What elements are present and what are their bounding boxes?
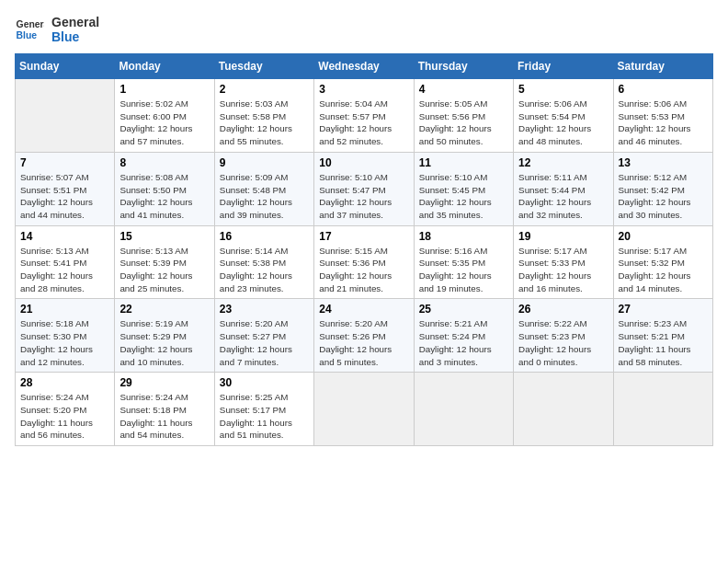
logo-general: General	[51, 15, 99, 29]
day-number: 5	[518, 83, 608, 96]
calendar-cell: 23Sunrise: 5:20 AM Sunset: 5:27 PM Dayli…	[214, 299, 313, 373]
day-number: 6	[619, 83, 708, 96]
calendar-cell	[414, 373, 513, 446]
logo: General Blue General Blue	[15, 15, 99, 44]
day-number: 22	[119, 303, 209, 316]
day-info: Sunrise: 5:13 AM Sunset: 5:39 PM Dayligh…	[119, 245, 209, 295]
calendar-cell: 1Sunrise: 5:02 AM Sunset: 6:00 PM Daylig…	[115, 79, 214, 153]
calendar-week-row: 21Sunrise: 5:18 AM Sunset: 5:30 PM Dayli…	[16, 299, 713, 373]
calendar-cell: 9Sunrise: 5:09 AM Sunset: 5:48 PM Daylig…	[214, 152, 313, 225]
weekday-header-cell: Wednesday	[314, 54, 414, 79]
day-number: 19	[518, 230, 608, 243]
logo-blue: Blue	[51, 29, 99, 44]
calendar-cell: 26Sunrise: 5:22 AM Sunset: 5:23 PM Dayli…	[514, 299, 613, 373]
day-info: Sunrise: 5:19 AM Sunset: 5:29 PM Dayligh…	[119, 317, 209, 368]
weekday-header-cell: Sunday	[16, 54, 115, 79]
day-info: Sunrise: 5:04 AM Sunset: 5:57 PM Dayligh…	[319, 98, 408, 148]
calendar-cell: 13Sunrise: 5:12 AM Sunset: 5:42 PM Dayli…	[613, 152, 712, 225]
day-number: 8	[119, 156, 209, 169]
header: General Blue General Blue	[15, 15, 713, 44]
day-info: Sunrise: 5:05 AM Sunset: 5:56 PM Dayligh…	[419, 98, 508, 148]
day-number: 10	[319, 156, 408, 169]
calendar-cell: 17Sunrise: 5:15 AM Sunset: 5:36 PM Dayli…	[314, 225, 414, 299]
calendar-week-row: 14Sunrise: 5:13 AM Sunset: 5:41 PM Dayli…	[16, 225, 713, 299]
day-info: Sunrise: 5:11 AM Sunset: 5:44 PM Dayligh…	[518, 171, 608, 222]
day-number: 27	[619, 303, 708, 316]
day-number: 12	[518, 156, 608, 169]
weekday-header-cell: Saturday	[613, 54, 712, 79]
calendar-week-row: 7Sunrise: 5:07 AM Sunset: 5:51 PM Daylig…	[16, 152, 713, 225]
calendar-cell: 30Sunrise: 5:25 AM Sunset: 5:17 PM Dayli…	[214, 373, 313, 446]
calendar-cell: 3Sunrise: 5:04 AM Sunset: 5:57 PM Daylig…	[314, 79, 414, 153]
day-info: Sunrise: 5:24 AM Sunset: 5:20 PM Dayligh…	[20, 391, 109, 442]
day-number: 18	[419, 230, 508, 243]
calendar-cell	[314, 373, 414, 446]
day-info: Sunrise: 5:07 AM Sunset: 5:51 PM Dayligh…	[20, 171, 109, 222]
day-info: Sunrise: 5:25 AM Sunset: 5:17 PM Dayligh…	[220, 391, 309, 442]
calendar-cell	[514, 373, 613, 446]
day-info: Sunrise: 5:08 AM Sunset: 5:50 PM Dayligh…	[119, 171, 209, 222]
weekday-header-cell: Tuesday	[214, 54, 313, 79]
day-info: Sunrise: 5:02 AM Sunset: 6:00 PM Dayligh…	[119, 98, 209, 148]
day-number: 30	[220, 376, 309, 389]
day-info: Sunrise: 5:10 AM Sunset: 5:45 PM Dayligh…	[419, 171, 508, 222]
day-number: 13	[619, 156, 708, 169]
calendar-cell: 10Sunrise: 5:10 AM Sunset: 5:47 PM Dayli…	[314, 152, 414, 225]
day-info: Sunrise: 5:20 AM Sunset: 5:26 PM Dayligh…	[319, 317, 408, 368]
calendar-cell	[16, 79, 115, 153]
day-number: 24	[319, 303, 408, 316]
calendar-cell: 20Sunrise: 5:17 AM Sunset: 5:32 PM Dayli…	[613, 225, 712, 299]
day-info: Sunrise: 5:21 AM Sunset: 5:24 PM Dayligh…	[419, 317, 508, 368]
calendar-cell: 4Sunrise: 5:05 AM Sunset: 5:56 PM Daylig…	[414, 79, 513, 153]
calendar-week-row: 28Sunrise: 5:24 AM Sunset: 5:20 PM Dayli…	[16, 373, 713, 446]
svg-text:General: General	[17, 19, 44, 29]
calendar-cell: 19Sunrise: 5:17 AM Sunset: 5:33 PM Dayli…	[514, 225, 613, 299]
day-info: Sunrise: 5:06 AM Sunset: 5:53 PM Dayligh…	[619, 98, 708, 148]
day-number: 21	[20, 303, 109, 316]
calendar-cell: 25Sunrise: 5:21 AM Sunset: 5:24 PM Dayli…	[414, 299, 513, 373]
day-info: Sunrise: 5:16 AM Sunset: 5:35 PM Dayligh…	[419, 245, 508, 295]
day-number: 29	[119, 376, 209, 389]
day-info: Sunrise: 5:06 AM Sunset: 5:54 PM Dayligh…	[518, 98, 608, 148]
calendar-cell: 15Sunrise: 5:13 AM Sunset: 5:39 PM Dayli…	[115, 225, 214, 299]
day-info: Sunrise: 5:15 AM Sunset: 5:36 PM Dayligh…	[319, 245, 408, 295]
day-info: Sunrise: 5:20 AM Sunset: 5:27 PM Dayligh…	[220, 317, 309, 368]
day-number: 26	[518, 303, 608, 316]
day-info: Sunrise: 5:22 AM Sunset: 5:23 PM Dayligh…	[518, 317, 608, 368]
day-info: Sunrise: 5:18 AM Sunset: 5:30 PM Dayligh…	[20, 317, 109, 368]
day-info: Sunrise: 5:23 AM Sunset: 5:21 PM Dayligh…	[619, 317, 708, 368]
calendar-table: SundayMondayTuesdayWednesdayThursdayFrid…	[15, 53, 713, 446]
calendar-cell: 18Sunrise: 5:16 AM Sunset: 5:35 PM Dayli…	[414, 225, 513, 299]
day-number: 3	[319, 83, 408, 96]
svg-text:Blue: Blue	[17, 30, 38, 40]
calendar-cell: 16Sunrise: 5:14 AM Sunset: 5:38 PM Dayli…	[214, 225, 313, 299]
calendar-cell: 24Sunrise: 5:20 AM Sunset: 5:26 PM Dayli…	[314, 299, 414, 373]
day-info: Sunrise: 5:09 AM Sunset: 5:48 PM Dayligh…	[220, 171, 309, 222]
day-number: 11	[419, 156, 508, 169]
calendar-cell: 28Sunrise: 5:24 AM Sunset: 5:20 PM Dayli…	[16, 373, 115, 446]
day-number: 16	[220, 230, 309, 243]
day-info: Sunrise: 5:17 AM Sunset: 5:33 PM Dayligh…	[518, 245, 608, 295]
day-number: 28	[20, 376, 109, 389]
calendar-cell: 21Sunrise: 5:18 AM Sunset: 5:30 PM Dayli…	[16, 299, 115, 373]
day-number: 20	[619, 230, 708, 243]
calendar-cell: 29Sunrise: 5:24 AM Sunset: 5:18 PM Dayli…	[115, 373, 214, 446]
day-number: 23	[220, 303, 309, 316]
day-number: 4	[419, 83, 508, 96]
calendar-cell: 2Sunrise: 5:03 AM Sunset: 5:58 PM Daylig…	[214, 79, 313, 153]
weekday-header-cell: Monday	[115, 54, 214, 79]
calendar-body: 1Sunrise: 5:02 AM Sunset: 6:00 PM Daylig…	[16, 79, 713, 446]
calendar-week-row: 1Sunrise: 5:02 AM Sunset: 6:00 PM Daylig…	[16, 79, 713, 153]
logo-icon: General Blue	[15, 15, 44, 44]
day-info: Sunrise: 5:17 AM Sunset: 5:32 PM Dayligh…	[619, 245, 708, 295]
day-info: Sunrise: 5:12 AM Sunset: 5:42 PM Dayligh…	[619, 171, 708, 222]
calendar-cell: 11Sunrise: 5:10 AM Sunset: 5:45 PM Dayli…	[414, 152, 513, 225]
weekday-header-row: SundayMondayTuesdayWednesdayThursdayFrid…	[16, 54, 713, 79]
calendar-cell: 22Sunrise: 5:19 AM Sunset: 5:29 PM Dayli…	[115, 299, 214, 373]
calendar-cell: 5Sunrise: 5:06 AM Sunset: 5:54 PM Daylig…	[514, 79, 613, 153]
day-number: 7	[20, 156, 109, 169]
day-info: Sunrise: 5:13 AM Sunset: 5:41 PM Dayligh…	[20, 245, 109, 295]
calendar-cell: 8Sunrise: 5:08 AM Sunset: 5:50 PM Daylig…	[115, 152, 214, 225]
calendar-cell: 14Sunrise: 5:13 AM Sunset: 5:41 PM Dayli…	[16, 225, 115, 299]
day-number: 9	[220, 156, 309, 169]
